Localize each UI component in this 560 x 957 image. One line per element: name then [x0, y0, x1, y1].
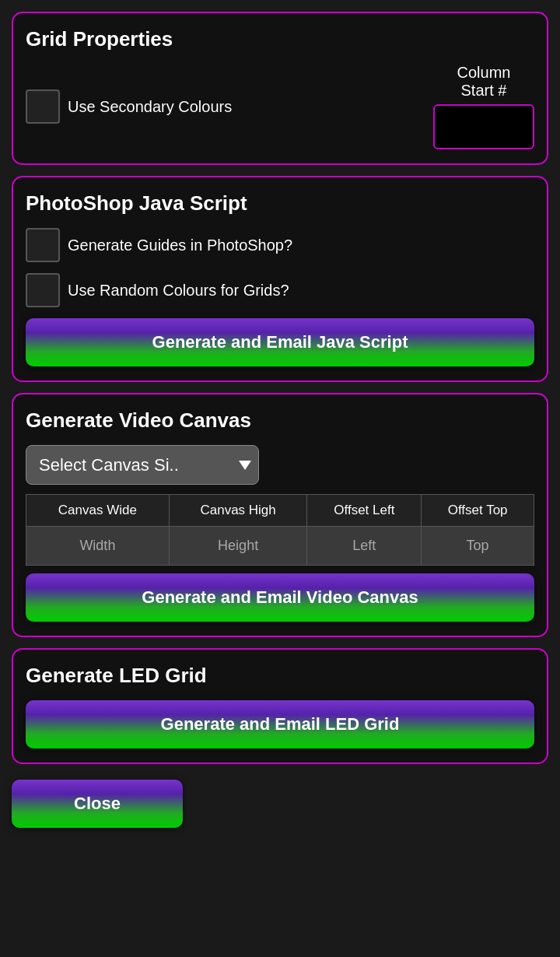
grid-properties-row: Use Secondary Colours ColumnStart # — [26, 64, 534, 149]
random-colours-checkbox[interactable] — [26, 273, 60, 307]
canvas-dimensions-table: Canvas Wide Canvas High Offset Left Offs… — [26, 494, 534, 566]
height-cell: Height — [169, 527, 307, 566]
random-colours-label: Use Random Colours for Grids? — [68, 282, 289, 300]
generate-email-led-grid-button[interactable]: Generate and Email LED Grid — [26, 700, 534, 748]
led-grid-section: Generate LED Grid Generate and Email LED… — [12, 648, 548, 764]
canvas-wide-header: Canvas Wide — [26, 495, 170, 527]
generate-email-javascript-button[interactable]: Generate and Email Java Script — [26, 318, 534, 366]
generate-guides-row: Generate Guides in PhotoShop? — [26, 228, 534, 262]
table-header-row: Canvas Wide Canvas High Offset Left Offs… — [26, 495, 534, 527]
offset-left-header: Offset Left — [307, 495, 422, 527]
photoshop-title: PhotoShop Java Script — [26, 191, 534, 216]
secondary-colours-row: Use Secondary Colours — [26, 89, 232, 124]
top-cell: Top — [422, 527, 534, 566]
video-canvas-title: Generate Video Canvas — [26, 408, 534, 433]
close-button[interactable]: Close — [12, 780, 183, 828]
canvas-size-select[interactable]: Select Canvas Si.. — [26, 445, 259, 485]
offset-top-header: Offset Top — [422, 495, 534, 527]
grid-properties-section: Grid Properties Use Secondary Colours Co… — [12, 12, 548, 165]
canvas-values-row: Width Height Left Top — [26, 527, 534, 566]
generate-email-video-canvas-button[interactable]: Generate and Email Video Canvas — [26, 573, 534, 622]
led-grid-title: Generate LED Grid — [26, 664, 534, 688]
canvas-size-select-wrapper: Select Canvas Si.. — [26, 445, 259, 485]
generate-guides-checkbox[interactable] — [26, 228, 60, 262]
width-cell: Width — [26, 527, 170, 566]
column-start-input[interactable] — [433, 104, 534, 149]
photoshop-section: PhotoShop Java Script Generate Guides in… — [12, 176, 548, 382]
column-start-label: ColumnStart # — [457, 64, 511, 100]
close-button-area: Close — [12, 775, 548, 828]
generate-guides-label: Generate Guides in PhotoShop? — [68, 237, 292, 254]
secondary-colours-label: Use Secondary Colours — [68, 98, 232, 116]
random-colours-row: Use Random Colours for Grids? — [26, 273, 534, 307]
grid-properties-title: Grid Properties — [26, 27, 534, 51]
left-cell: Left — [307, 527, 422, 566]
column-start-area: ColumnStart # — [433, 64, 534, 149]
canvas-high-header: Canvas High — [169, 495, 307, 527]
secondary-colours-checkbox[interactable] — [26, 89, 60, 124]
video-canvas-section: Generate Video Canvas Select Canvas Si..… — [12, 393, 548, 637]
